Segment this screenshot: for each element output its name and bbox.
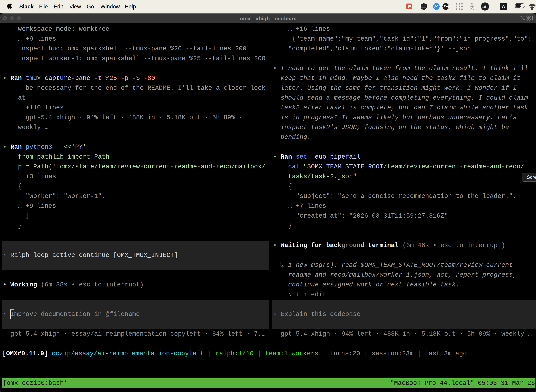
svg-text:..61: ..61	[482, 5, 488, 9]
svg-text:1: 1	[531, 15, 533, 21]
svg-text:A: A	[502, 4, 505, 9]
